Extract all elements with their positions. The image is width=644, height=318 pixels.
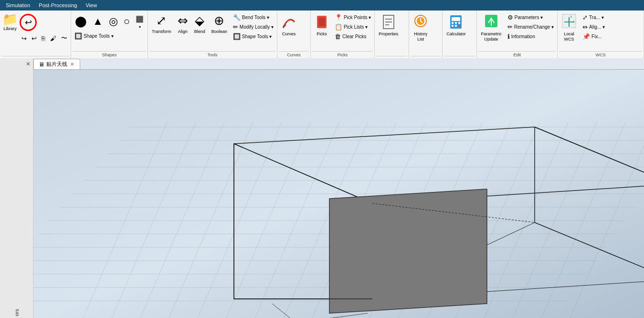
properties-icon bbox=[381, 13, 396, 31]
wcs-buttons: Y X Local WCS ⤢ Tra... ▾ ⇔ Alig... ▾ bbox=[559, 11, 642, 50]
rename-change-button[interactable]: ✏ Rename/Change ▾ bbox=[506, 22, 556, 32]
left-panel: ✕ ors bbox=[0, 58, 33, 318]
svg-rect-12 bbox=[452, 22, 454, 24]
transform-button[interactable]: ⤢ Transform bbox=[149, 12, 174, 36]
clear-picks-label: Clear Picks bbox=[342, 34, 367, 39]
tab-close-button[interactable]: ✕ bbox=[69, 62, 75, 67]
paint-button[interactable]: 🖌 bbox=[48, 33, 58, 43]
align-wcs-label: Alig... ▾ bbox=[589, 24, 605, 30]
ribbon-group-properties: Properties bbox=[375, 11, 409, 58]
history-list-button[interactable]: History List bbox=[411, 12, 431, 43]
left-panel-close-button[interactable]: ✕ bbox=[24, 60, 32, 68]
clear-picks-button[interactable]: 🗑 Clear Picks bbox=[333, 32, 373, 41]
transform-wcs-icon: ⤢ bbox=[582, 14, 588, 21]
calculator-button[interactable]: Calculator bbox=[444, 12, 468, 38]
main-area: 🖥 贴片天线 ✕ bbox=[33, 58, 644, 318]
align-wcs-icon: ⇔ bbox=[582, 23, 588, 31]
align-wcs-button[interactable]: ⇔ Alig... ▾ bbox=[581, 22, 607, 32]
pick-lists-icon: 📋 bbox=[335, 23, 342, 31]
svg-rect-13 bbox=[455, 22, 457, 24]
picks-group-label: Picks bbox=[312, 51, 373, 58]
tools-group-label: Tools bbox=[149, 51, 275, 58]
curves-button[interactable]: Curves bbox=[279, 12, 299, 38]
information-label: Information bbox=[511, 34, 535, 39]
properties-button[interactable]: Properties bbox=[376, 12, 401, 38]
ribbon: 📁 Library ↩ ↪ ↩ ⎘ 🖌 bbox=[0, 11, 644, 58]
menu-simulation[interactable]: Simulation bbox=[2, 1, 34, 9]
bend-tools-button[interactable]: 🔧 Bend Tools ▾ bbox=[231, 13, 275, 22]
calculator-label: Calculator bbox=[446, 32, 466, 37]
tools-buttons: ⤢ Transform ⇔ Align ⬙ Blend ⊕ Boolean bbox=[149, 11, 275, 50]
tools-col-buttons: 🔧 Bend Tools ▾ ✏ Modify Locally ▾ 🔲 Shap… bbox=[231, 12, 275, 41]
local-wcs-button[interactable]: Y X Local WCS bbox=[559, 12, 579, 43]
tab-label: 贴片天线 bbox=[46, 61, 67, 68]
copy-button[interactable]: ⎘ bbox=[40, 33, 47, 43]
library-buttons: 📁 Library ↩ ↪ ↩ ⎘ 🖌 bbox=[1, 11, 69, 55]
calculator-icon bbox=[448, 13, 464, 31]
pick-points-button[interactable]: 📍 Pick Points ▾ bbox=[333, 13, 373, 22]
curves-buttons: Curves bbox=[279, 11, 309, 50]
align-button[interactable]: ⇔ Align bbox=[175, 12, 190, 36]
menu-bar: Simulation Post-Processing View bbox=[0, 0, 644, 11]
shape-tools2-button[interactable]: 🔲 Shape Tools ▾ bbox=[231, 32, 275, 41]
pick-lists-label: Pick Lists ▾ bbox=[344, 24, 368, 30]
blend-button[interactable]: ⬙ Blend bbox=[192, 12, 208, 36]
open-library-button[interactable]: 📁 Library bbox=[1, 12, 19, 32]
parameters-label: Parameters ▾ bbox=[515, 15, 543, 20]
shapes-group-label: Shapes bbox=[73, 51, 146, 58]
curve-button[interactable]: 〜 bbox=[59, 33, 69, 43]
curves-group-label: Curves bbox=[279, 51, 309, 58]
parameters-button[interactable]: ⚙ Parameters ▾ bbox=[506, 13, 556, 22]
transform-wcs-button[interactable]: ⤢ Tra... ▾ bbox=[581, 13, 607, 22]
ribbon-group-calculator: Calculator bbox=[443, 11, 477, 58]
undo2-icon: ↩ bbox=[32, 35, 37, 42]
more-shapes-arrow: ▾ bbox=[139, 25, 141, 29]
shape-torus-button[interactable]: ◎ bbox=[106, 14, 120, 29]
menu-view[interactable]: View bbox=[82, 1, 101, 9]
modify-locally-button[interactable]: ✏ Modify Locally ▾ bbox=[231, 22, 275, 32]
viewport-tab[interactable]: 🖥 贴片天线 ✕ bbox=[33, 59, 80, 69]
undo2-button[interactable]: ↩ bbox=[30, 33, 39, 43]
fix-wcs-button[interactable]: 📌 Fix... bbox=[581, 32, 607, 41]
ribbon-group-history: History List bbox=[409, 11, 443, 58]
svg-rect-16 bbox=[455, 25, 457, 27]
ribbon-group-curves: Curves Curves bbox=[277, 11, 311, 58]
svg-rect-14 bbox=[458, 22, 460, 24]
ribbon-group-tools: ⤢ Transform ⇔ Align ⬙ Blend ⊕ Boolean bbox=[148, 11, 277, 58]
ribbon-group-shapes: ⬤ ▲ ◎ ○ ▦ ▾ � bbox=[71, 11, 148, 58]
menu-post-processing[interactable]: Post-Processing bbox=[35, 1, 81, 9]
undo-button[interactable]: ↩ bbox=[24, 16, 33, 29]
information-button[interactable]: ℹ Information bbox=[506, 32, 556, 41]
pick-lists-button[interactable]: 📋 Pick Lists ▾ bbox=[333, 22, 373, 32]
shape-sphere-button[interactable]: ⬤ bbox=[73, 14, 89, 29]
viewport-3d[interactable] bbox=[33, 70, 644, 318]
sphere-icon: ⬤ bbox=[75, 15, 87, 28]
fix-wcs-icon: 📌 bbox=[582, 33, 590, 40]
boolean-button[interactable]: ⊕ Boolean bbox=[209, 12, 230, 36]
parametric-update-button[interactable]: Parametric Update bbox=[478, 12, 504, 43]
shape-circle-button[interactable]: ○ bbox=[121, 14, 132, 29]
torus-icon: ◎ bbox=[109, 15, 118, 28]
shape-tools-button[interactable]: 🔲 Shape Tools ▾ bbox=[73, 32, 146, 41]
calculator-buttons: Calculator bbox=[444, 11, 475, 55]
pick-points-icon: 📍 bbox=[335, 14, 342, 21]
boolean-icon: ⊕ bbox=[214, 13, 224, 28]
clear-picks-icon: 🗑 bbox=[335, 33, 341, 40]
redo-button[interactable]: ↪ bbox=[20, 33, 29, 43]
more-shapes-icon: ▦ bbox=[136, 13, 144, 24]
library-icon: 📁 bbox=[2, 13, 18, 25]
local-wcs-label: Local WCS bbox=[564, 32, 574, 42]
picks-button[interactable]: Picks bbox=[312, 12, 331, 38]
history-buttons: History List bbox=[411, 11, 441, 55]
left-panel-label: ors bbox=[14, 309, 20, 316]
svg-rect-11 bbox=[452, 17, 460, 21]
svg-text:Y: Y bbox=[570, 15, 572, 19]
undo-highlight: ↩ bbox=[20, 14, 37, 31]
information-icon: ℹ bbox=[507, 33, 510, 40]
ribbon-group-edit: Parametric Update ⚙ Parameters ▾ ✏ Renam… bbox=[477, 11, 558, 58]
parametric-icon bbox=[484, 13, 499, 31]
shape-cone-button[interactable]: ▲ bbox=[90, 14, 106, 29]
history-list-label: History List bbox=[414, 32, 427, 42]
shape-more-button[interactable]: ▦ ▾ bbox=[133, 12, 146, 31]
wcs-col-buttons: ⤢ Tra... ▾ ⇔ Alig... ▾ 📌 Fix... bbox=[581, 12, 607, 41]
